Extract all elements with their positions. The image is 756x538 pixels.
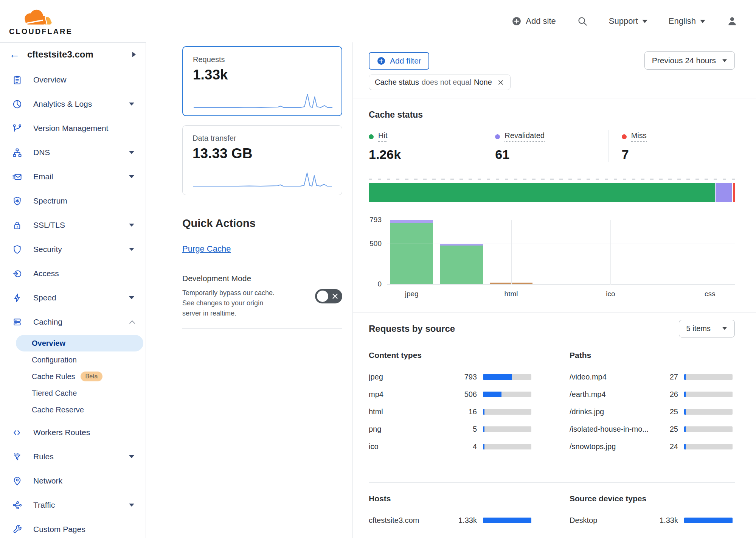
stat-row: cftestsite3.com1.33k <box>369 512 531 529</box>
analytics-icon <box>12 99 23 109</box>
filter-bar: Add filter Cache status does not equal N… <box>353 42 756 98</box>
time-range-dropdown[interactable]: Previous 24 hours <box>644 51 735 70</box>
stat-value: 24 <box>658 442 678 451</box>
stat-bar <box>483 374 531 380</box>
stat-bar-fill <box>684 444 686 449</box>
stat-value: 26 <box>658 390 678 399</box>
legend-label: Revalidated <box>505 131 545 142</box>
sidebar-subitem-tiered-cache[interactable]: Tiered Cache <box>16 385 143 401</box>
items-count-dropdown[interactable]: 5 items <box>679 320 735 337</box>
plus-circle-icon <box>512 16 522 26</box>
back-arrow-icon[interactable]: ← <box>9 49 20 60</box>
top-header: CLOUDFLARE Add site Support English <box>0 0 756 42</box>
stat-row: /drinks.jpg25 <box>570 403 733 420</box>
sidebar-subitem-label: Cache Reserve <box>32 406 84 414</box>
cloudflare-logo[interactable]: CLOUDFLARE <box>9 7 73 36</box>
sidebar-item-custom-pages[interactable]: Custom Pages <box>0 517 146 538</box>
stat-bar-fill <box>483 409 484 415</box>
requests-card[interactable]: Requests 1.33k <box>182 46 342 116</box>
stat-bar <box>483 518 531 523</box>
sidebar-subitem-cache-rules[interactable]: Cache RulesBeta <box>16 368 143 385</box>
add-site-label: Add site <box>526 16 556 26</box>
caching-icon <box>12 317 23 327</box>
cache-status-legend: Hit1.26kRevalidated61Miss7 <box>369 130 735 162</box>
close-icon[interactable] <box>497 79 505 86</box>
development-mode-toggle[interactable] <box>315 289 342 303</box>
group-heading: Paths <box>570 351 733 360</box>
stat-bar <box>483 426 531 432</box>
chevron-down-icon <box>129 224 134 227</box>
rules-icon <box>12 452 23 462</box>
sidebar-item-label: Custom Pages <box>33 525 85 534</box>
data-transfer-card[interactable]: Data transfer 13.33 GB <box>182 125 342 195</box>
y-tick-label: 0 <box>377 280 382 288</box>
sidebar-item-label: Security <box>33 245 62 254</box>
add-site-button[interactable]: Add site <box>512 16 556 26</box>
search-icon[interactable] <box>577 16 588 26</box>
sidebar-item-overview[interactable]: Overview <box>0 68 146 92</box>
sidebar-item-ssl-tls[interactable]: SSL/TLS <box>0 213 146 237</box>
card-label: Data transfer <box>192 134 332 143</box>
card-value: 13.33 GB <box>192 146 332 162</box>
legend-value: 7 <box>622 147 735 162</box>
bar-mp4[interactable] <box>440 244 483 285</box>
legend-toggle-miss[interactable]: Miss <box>622 131 735 142</box>
sidebar-item-network[interactable]: Network <box>0 469 146 493</box>
chevron-right-icon[interactable] <box>132 52 136 57</box>
sidebar-item-label: Overview <box>33 75 67 84</box>
legend-item-miss: Miss7 <box>609 130 735 162</box>
sidebar-item-dns[interactable]: DNS <box>0 140 146 165</box>
sidebar-item-version-management[interactable]: Version Management <box>0 116 146 140</box>
support-menu[interactable]: Support <box>609 16 647 26</box>
legend-toggle-revalidated[interactable]: Revalidated <box>495 131 608 142</box>
access-icon <box>12 269 23 278</box>
cloudflare-dashboard: CLOUDFLARE Add site Support English ← <box>0 0 756 538</box>
stat-bar <box>684 444 733 449</box>
sidebar-item-caching[interactable]: Caching <box>0 310 146 334</box>
sidebar-item-email[interactable]: Email <box>0 165 146 189</box>
chevron-down-icon <box>722 59 727 62</box>
sidebar-item-traffic[interactable]: Traffic <box>0 493 146 517</box>
workers-icon <box>12 428 23 437</box>
sidebar-subitem-label: Configuration <box>32 356 77 364</box>
security-icon <box>12 244 23 254</box>
stat-label: /snowtops.jpg <box>570 442 658 451</box>
add-filter-button[interactable]: Add filter <box>369 52 429 70</box>
source-tables-top: Content typesjpeg793mp4506html16png5ico4… <box>369 351 735 470</box>
cache-status-section: Cache status Hit1.26kRevalidated61Miss7 … <box>353 98 756 313</box>
header-actions: Add site Support English <box>512 16 743 27</box>
stat-bar <box>483 392 531 397</box>
y-tick-label: 793 <box>369 216 382 224</box>
stat-label: /video.mp4 <box>570 373 658 381</box>
stat-value: 4 <box>457 442 477 451</box>
add-filter-label: Add filter <box>390 56 421 65</box>
analytics-panel: Add filter Cache status does not equal N… <box>352 42 756 538</box>
stat-label: mp4 <box>369 390 457 399</box>
sidebar-item-rules[interactable]: Rules <box>0 445 146 469</box>
user-avatar-icon[interactable] <box>727 16 738 27</box>
sidebar-item-spectrum[interactable]: Spectrum <box>0 189 146 213</box>
stat-row: png5 <box>369 420 531 438</box>
sidebar-item-access[interactable]: Access <box>0 261 146 286</box>
bar-jpeg[interactable] <box>390 220 433 285</box>
sidebar-item-security[interactable]: Security <box>0 237 146 261</box>
sidebar-item-label: Spectrum <box>33 196 67 205</box>
sidebar-subitem-overview[interactable]: Overview <box>16 335 143 351</box>
segment-revalidated <box>390 220 433 223</box>
purge-cache-link[interactable]: Purge Cache <box>182 244 231 254</box>
vertical-gridline <box>610 220 611 285</box>
legend-value: 61 <box>495 147 608 162</box>
sidebar-item-analytics-logs[interactable]: Analytics & Logs <box>0 92 146 116</box>
segment-hit <box>440 246 483 285</box>
stat-row: ico4 <box>369 438 531 455</box>
stat-bar-fill <box>483 426 484 432</box>
network-icon <box>12 476 23 486</box>
development-mode-title: Development Mode <box>182 274 280 283</box>
legend-toggle-hit[interactable]: Hit <box>369 131 482 142</box>
sidebar-item-speed[interactable]: Speed <box>0 286 146 310</box>
sidebar-item-workers-routes[interactable]: Workers Routes <box>0 420 146 445</box>
sidebar-subitem-cache-reserve[interactable]: Cache Reserve <box>16 401 143 418</box>
sidebar-subitem-configuration[interactable]: Configuration <box>16 351 143 368</box>
legend-label: Hit <box>378 131 387 142</box>
language-menu[interactable]: English <box>669 16 705 26</box>
